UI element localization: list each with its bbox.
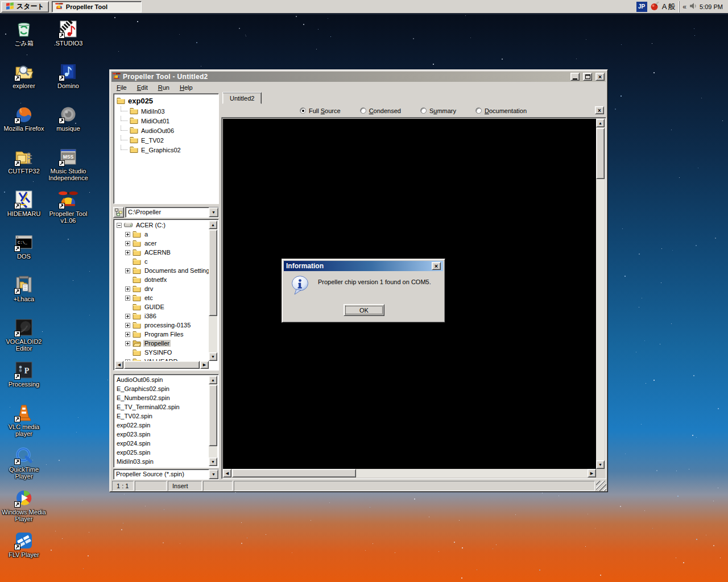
scroll-left-button[interactable]: ◀ bbox=[115, 361, 123, 369]
window-icon[interactable] bbox=[113, 72, 121, 81]
tree-view-button[interactable] bbox=[113, 207, 124, 218]
desktop-icon-item[interactable]: ごみ箱 bbox=[0, 19, 48, 62]
path-combo[interactable]: C:\Propeller ▼ bbox=[125, 207, 219, 218]
dialog-titlebar[interactable]: Information × bbox=[284, 261, 443, 271]
expand-plus-icon[interactable] bbox=[125, 314, 130, 319]
desktop-icon-cutftp32[interactable]: FTPCUTFTP32 bbox=[0, 147, 48, 190]
desktop-icon-windows-media-player[interactable]: Windows Media Player bbox=[0, 488, 48, 531]
file-list-vscrollbar[interactable]: ▲ ▼ bbox=[209, 376, 217, 466]
dir-tree-item-drv[interactable]: drv bbox=[115, 284, 209, 293]
desktop-icon-flv-player[interactable]: FLV Player bbox=[0, 531, 48, 573]
radio-button[interactable] bbox=[360, 107, 366, 114]
maximize-button[interactable] bbox=[583, 73, 592, 81]
file-item-e-tv-terminal02-spin[interactable]: E_TV_Terminal02.spin bbox=[115, 403, 209, 412]
file-item-exp025-spin[interactable]: exp025.spin bbox=[115, 448, 209, 458]
scroll-thumb[interactable] bbox=[124, 361, 200, 369]
desktop-icon-hidemaru[interactable]: HIDEMARU bbox=[0, 190, 48, 232]
scroll-thumb[interactable] bbox=[209, 230, 217, 316]
tab-untitled2[interactable]: Untitled2 bbox=[222, 92, 262, 104]
file-item-e-tv02-spin[interactable]: E_TV02.spin bbox=[115, 412, 209, 421]
desktop-icon-music-studio-independence[interactable]: MSSMusic Studio Independence bbox=[44, 147, 92, 190]
desktop-icon-processing[interactable]: PProcessing bbox=[0, 360, 48, 403]
expand-plus-icon[interactable] bbox=[125, 286, 130, 292]
desktop-icon-studio3[interactable]: .STUDIO3 bbox=[44, 19, 92, 62]
dir-tree-item-acer-c[interactable]: ACER (C:) bbox=[115, 221, 209, 230]
dir-tree-item-valueadd[interactable]: VALUEADD bbox=[115, 357, 209, 361]
file-item-e-numbers02-spin[interactable]: E_Numbers02.spin bbox=[115, 394, 209, 403]
desktop-icon-vocaloid2-editor[interactable]: VOCALOID2 Editor bbox=[0, 318, 48, 360]
ime-tool-icon[interactable] bbox=[650, 1, 659, 12]
desktop-icon-domino[interactable]: Domino bbox=[44, 62, 92, 105]
dir-tree-item-etc[interactable]: etc bbox=[115, 293, 209, 302]
minimize-button[interactable] bbox=[570, 73, 580, 81]
scroll-up-button[interactable]: ▲ bbox=[209, 221, 217, 229]
expand-plus-icon[interactable] bbox=[125, 296, 130, 301]
scroll-right-button[interactable]: ▶ bbox=[200, 361, 209, 369]
scroll-up-button[interactable]: ▲ bbox=[209, 376, 217, 384]
desktop-icon-lhaca[interactable]: +Lhaca bbox=[0, 275, 48, 318]
view-mode-summary[interactable]: Summary bbox=[420, 107, 456, 114]
file-item-exp023-spin[interactable]: exp023.spin bbox=[115, 430, 209, 439]
dir-tree-item-dotnetfx[interactable]: dotnetfx bbox=[115, 275, 209, 284]
dir-tree-item-sysinfo[interactable]: SYSINFO bbox=[115, 348, 209, 357]
file-item-audioout06-spin[interactable]: AudioOut06.spin bbox=[115, 376, 209, 385]
dir-tree-item-processing-0135[interactable]: processing-0135 bbox=[115, 321, 209, 330]
ime-language-indicator[interactable]: JP bbox=[636, 2, 647, 12]
radio-button[interactable] bbox=[475, 107, 482, 114]
project-tree-item-e-graphics02[interactable]: E_Graphics02 bbox=[115, 145, 217, 155]
radio-button-selected[interactable] bbox=[300, 107, 306, 114]
file-item-e-graphics02-spin[interactable]: E_Graphics02.spin bbox=[115, 385, 209, 394]
project-tree-item-midiin03[interactable]: MidiIn03 bbox=[115, 106, 217, 116]
view-mode-full-source[interactable]: Full Source bbox=[300, 107, 341, 114]
file-item-midiin03-spin[interactable]: MidiIn03.spin bbox=[115, 458, 209, 466]
scroll-left-button[interactable]: ◀ bbox=[223, 469, 231, 477]
expand-plus-icon[interactable] bbox=[125, 332, 130, 337]
tray-chevron[interactable]: « bbox=[682, 3, 686, 11]
desktop-icon-quicktime-player[interactable]: QuickTime Player bbox=[0, 446, 48, 488]
expand-plus-icon[interactable] bbox=[125, 323, 130, 328]
scroll-down-button[interactable]: ▼ bbox=[209, 458, 217, 466]
scroll-right-button[interactable]: ▶ bbox=[588, 469, 596, 477]
file-filter-dropdown-button[interactable]: ▼ bbox=[209, 469, 218, 479]
view-mode-documentation[interactable]: Documentation bbox=[475, 107, 527, 114]
editor-close-icon[interactable]: × bbox=[595, 106, 604, 114]
scroll-thumb[interactable] bbox=[209, 385, 217, 446]
editor-hscrollbar[interactable]: ◀ ▶ bbox=[223, 469, 596, 477]
scroll-up-button[interactable]: ▲ bbox=[596, 119, 605, 127]
expand-plus-icon[interactable] bbox=[125, 268, 130, 273]
window-resize-grip[interactable] bbox=[596, 481, 606, 491]
taskbar-task-propeller-tool[interactable]: Propeller Tool bbox=[52, 1, 142, 13]
expand-plus-icon[interactable] bbox=[125, 341, 130, 346]
menu-file[interactable]: File bbox=[111, 83, 132, 92]
desktop-icon-explorer[interactable]: explorer bbox=[0, 62, 48, 105]
project-tree-root[interactable]: exp025 bbox=[115, 95, 217, 106]
scroll-down-button[interactable]: ▼ bbox=[209, 352, 217, 361]
file-filter-combo[interactable]: Propeller Source (*.spin) ▼ bbox=[113, 469, 219, 480]
desktop-icon-propeller-tool-v1-06[interactable]: Propeller Tool v1.06 bbox=[44, 190, 92, 232]
file-item-exp024-spin[interactable]: exp024.spin bbox=[115, 439, 209, 448]
window-titlebar[interactable]: Propeller Tool - Untitled2 × bbox=[111, 72, 606, 82]
dir-tree-item-a[interactable]: a bbox=[115, 230, 209, 239]
project-tree-item-audioout06[interactable]: AudioOut06 bbox=[115, 126, 217, 135]
scroll-thumb[interactable] bbox=[232, 469, 356, 477]
scroll-thumb[interactable] bbox=[596, 128, 605, 179]
close-button[interactable]: × bbox=[595, 73, 605, 81]
radio-button[interactable] bbox=[420, 107, 427, 114]
dir-tree-item-program-files[interactable]: Program Files bbox=[115, 330, 209, 339]
directory-tree-vscrollbar[interactable]: ▲ ▼ bbox=[209, 221, 217, 361]
ime-mode-indicator[interactable]: A般 bbox=[662, 2, 677, 12]
collapse-minus-icon[interactable] bbox=[117, 223, 122, 228]
desktop-icon-mozilla-firefox[interactable]: Mozilla Firefox bbox=[0, 105, 48, 147]
scroll-down-button[interactable]: ▼ bbox=[596, 460, 605, 469]
expand-plus-icon[interactable] bbox=[125, 250, 130, 255]
dialog-close-button[interactable]: × bbox=[432, 262, 441, 270]
desktop-icon-musique[interactable]: musique bbox=[44, 105, 92, 147]
expand-plus-icon[interactable] bbox=[125, 241, 130, 246]
dir-tree-item-acernb[interactable]: ACERNB bbox=[115, 248, 209, 257]
path-combo-dropdown-button[interactable]: ▼ bbox=[209, 207, 218, 217]
dir-tree-item-i386[interactable]: i386 bbox=[115, 311, 209, 321]
dir-tree-item-c[interactable]: c bbox=[115, 257, 209, 266]
view-mode-condensed[interactable]: Condensed bbox=[360, 107, 401, 114]
menu-help[interactable]: Help bbox=[175, 83, 198, 92]
dir-tree-item-documents-and-settings[interactable]: Documents and Settings bbox=[115, 266, 209, 275]
